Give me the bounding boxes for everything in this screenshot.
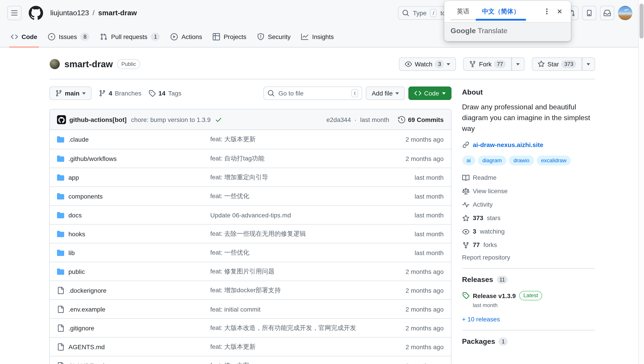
- file-name-link[interactable]: .dockerignore: [68, 287, 107, 294]
- kebab-menu-icon[interactable]: [541, 6, 552, 17]
- tab-actions[interactable]: Actions: [167, 26, 206, 47]
- go-to-file-input[interactable]: Go to file t: [264, 86, 362, 100]
- report-repository-link[interactable]: Report repository: [462, 254, 595, 261]
- about-meta-list: ReadmeView licenseActivity373stars3watch…: [462, 172, 595, 250]
- table-row: CLAUDE.mdfeat: 统一文案2 months ago: [50, 356, 451, 364]
- commit-message-link[interactable]: feat: 统一文案: [210, 362, 385, 364]
- topic-drawio[interactable]: drawio: [509, 156, 534, 166]
- commit-author-avatar[interactable]: [57, 115, 66, 124]
- fork-icon: [462, 242, 469, 248]
- release-name[interactable]: Release v1.3.9: [473, 292, 516, 299]
- commit-message[interactable]: chore: bump version to 1.3.9: [131, 116, 211, 123]
- topic-excalidraw[interactable]: excalidraw: [537, 156, 571, 166]
- add-file-label: Add file: [372, 90, 393, 97]
- star-button[interactable]: Star 373: [532, 58, 582, 71]
- star-count: 373: [562, 60, 576, 68]
- translate-tab-target[interactable]: 中文（简体）: [476, 1, 526, 22]
- breadcrumb-owner[interactable]: liujuntao123: [50, 9, 89, 17]
- sidebar-item-watching[interactable]: 3watching: [462, 226, 595, 237]
- file-name-link[interactable]: .gitignore: [68, 324, 94, 332]
- shield-icon: [257, 33, 264, 40]
- file-name-link[interactable]: components: [68, 192, 103, 200]
- sidebar-item-view-license[interactable]: View license: [462, 186, 595, 196]
- commit-message-link[interactable]: Update 06-advanced-tips.md: [210, 211, 385, 218]
- fork-button[interactable]: Fork 77: [463, 58, 512, 71]
- tag-icon: [148, 90, 156, 97]
- commit-age: 2 months ago: [385, 287, 444, 294]
- table-row: componentsfeat: 一些优化last month: [50, 186, 451, 205]
- repo-owner-avatar[interactable]: [49, 59, 60, 70]
- tab-issues[interactable]: Issues8: [45, 26, 93, 47]
- commit-message-link[interactable]: feat: 大版本更新: [210, 136, 385, 144]
- tab-code[interactable]: Code: [7, 26, 41, 47]
- file-name-link[interactable]: .github/workflows: [68, 155, 117, 162]
- file-name-link[interactable]: AGENTS.md: [68, 343, 105, 350]
- commit-message-link[interactable]: feat: 一些优化: [210, 248, 385, 257]
- file-name-link[interactable]: docs: [68, 211, 82, 218]
- file-name-link[interactable]: app: [68, 174, 79, 181]
- current-branch: main: [65, 90, 79, 97]
- tab-projects[interactable]: Projects: [209, 26, 250, 47]
- packages-title-text[interactable]: Packages: [462, 338, 495, 346]
- commits-history-link[interactable]: 69 Commits: [398, 116, 444, 123]
- topic-diagram[interactable]: diagram: [478, 156, 506, 166]
- file-name-link[interactable]: .claude: [68, 136, 89, 143]
- more-releases-link[interactable]: + 10 releases: [462, 316, 595, 323]
- close-icon[interactable]: ✕: [554, 6, 565, 17]
- commit-message-link[interactable]: feat: 修复图片引用问题: [210, 268, 385, 276]
- notifications-inbox-button[interactable]: [600, 6, 614, 20]
- watch-button[interactable]: Watch 3: [399, 58, 456, 71]
- sidebar-item-forks[interactable]: 77forks: [462, 240, 595, 250]
- star-dropdown-button[interactable]: [582, 58, 595, 71]
- meta-label: stars: [487, 213, 501, 223]
- commit-message-link[interactable]: feat: initial commit: [210, 306, 385, 313]
- fork-dropdown-button[interactable]: [512, 58, 525, 71]
- sidebar-item-stars[interactable]: 373stars: [462, 213, 595, 223]
- bookmark-panel-button[interactable]: [582, 6, 596, 20]
- folder-icon: [57, 155, 64, 162]
- file-name-cell: .github/workflows: [57, 155, 210, 162]
- tab-insights[interactable]: Insights: [298, 26, 337, 47]
- scrollbar-track[interactable]: [638, 0, 644, 364]
- sidebar-item-activity[interactable]: Activity: [462, 200, 595, 210]
- commit-message-link[interactable]: feat: 一些优化: [210, 192, 385, 200]
- commit-message-link[interactable]: feat: 去除一些现在无用的修复逻辑: [210, 230, 385, 238]
- repo-title[interactable]: smart-draw: [64, 59, 113, 69]
- file-name-link[interactable]: hooks: [68, 230, 85, 237]
- file-name-link[interactable]: .env.example: [68, 306, 105, 313]
- star-icon: [538, 60, 545, 68]
- file-name-link[interactable]: public: [68, 268, 85, 275]
- website-link[interactable]: ai-draw-nexus.aizhi.site: [473, 141, 543, 148]
- add-file-button[interactable]: Add file: [366, 86, 405, 100]
- commit-message-link[interactable]: feat: 增加docker部署支持: [210, 286, 385, 294]
- sidebar-item-readme[interactable]: Readme: [462, 172, 595, 183]
- commit-message-link[interactable]: feat: 自动打tag功能: [210, 154, 385, 162]
- tab-label: Actions: [181, 33, 202, 40]
- user-avatar[interactable]: [618, 6, 632, 20]
- commit-message-link[interactable]: feat: 大版本改造，所有功能完成开发，官网完成开发: [210, 324, 385, 332]
- packages-count: 1: [499, 338, 508, 346]
- topic-ai[interactable]: ai: [462, 156, 475, 166]
- commit-author[interactable]: github-actions[bot]: [69, 116, 127, 123]
- scrollbar-thumb[interactable]: [639, 4, 643, 38]
- commit-sha[interactable]: e2da344: [326, 116, 351, 123]
- file-name-link[interactable]: lib: [68, 249, 75, 256]
- code-button[interactable]: Code: [408, 86, 451, 100]
- git-branch-icon: [55, 90, 62, 97]
- github-logo-icon[interactable]: [29, 6, 43, 20]
- file-name-link[interactable]: CLAUDE.md: [68, 362, 104, 364]
- breadcrumb-repo[interactable]: smart-draw: [98, 9, 137, 17]
- branches-link[interactable]: 4 Branches: [99, 90, 141, 97]
- commit-message-link[interactable]: feat: 增加重定向引导: [210, 173, 385, 181]
- google-translate-popup: 英语 中文（简体） ✕ Google Translate: [444, 1, 571, 41]
- tab-pull-requests[interactable]: Pull requests1: [97, 26, 164, 47]
- hamburger-menu-button[interactable]: [7, 6, 22, 20]
- tags-link[interactable]: 14 Tags: [148, 90, 181, 97]
- translate-tab-source[interactable]: 英语: [451, 1, 476, 22]
- check-icon[interactable]: [215, 116, 222, 123]
- releases-title-text[interactable]: Releases: [462, 276, 493, 284]
- branch-selector[interactable]: main: [49, 86, 92, 100]
- commit-message-link[interactable]: feat: 大版本更新: [210, 343, 385, 351]
- main-column: main 4 Branches 14 Tags: [49, 86, 451, 364]
- tab-security[interactable]: Security: [254, 26, 294, 47]
